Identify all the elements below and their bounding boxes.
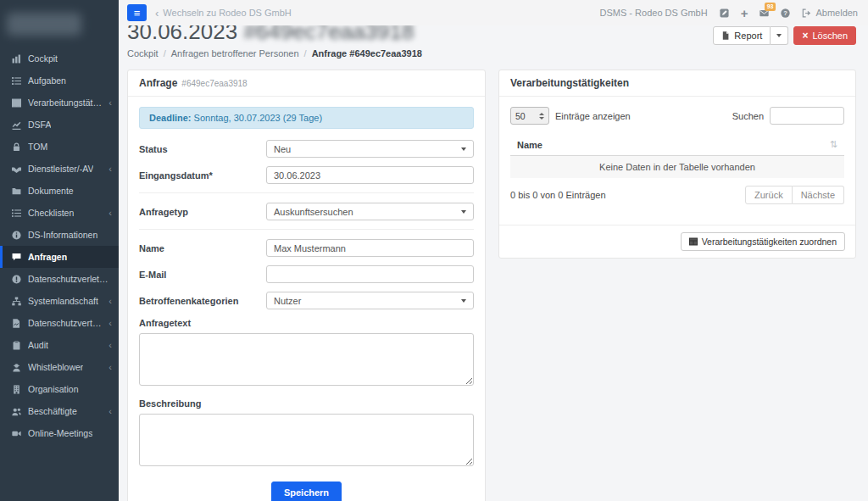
search-input[interactable] bbox=[770, 107, 844, 125]
email-input[interactable] bbox=[266, 265, 474, 283]
report-button[interactable]: Report bbox=[713, 26, 771, 45]
assign-activities-button[interactable]: Verarbeitungstätigkeiten zuordnen bbox=[681, 232, 845, 251]
anfragetyp-value: Auskunftsersuchen bbox=[274, 207, 353, 217]
sidebar-item-datenschutzverletzungen[interactable]: Datenschutzverletzungen bbox=[0, 268, 119, 290]
sidebar-item-datenschutzverträge[interactable]: Datenschutzverträge‹ bbox=[0, 312, 119, 334]
request-card-header: Anfrage #649ec7eaa3918 bbox=[128, 70, 485, 97]
file-icon bbox=[721, 31, 730, 40]
delete-button[interactable]: × Löschen bbox=[793, 26, 856, 45]
status-select[interactable]: Neu bbox=[266, 140, 474, 158]
sidebar-item-anfragen[interactable]: Anfragen bbox=[0, 246, 119, 268]
breadcrumb-separator: / bbox=[164, 48, 166, 58]
caret-down-icon bbox=[461, 210, 466, 214]
sidebar-item-verarbeitungstätigkeiten[interactable]: Verarbeitungstätigkeiten‹ bbox=[0, 92, 119, 114]
spinner-icon bbox=[539, 113, 544, 120]
sidebar-item-label: Anfragen bbox=[28, 252, 67, 262]
file-signature-icon bbox=[12, 319, 21, 328]
sidebar-item-whistleblower[interactable]: Whistleblower‹ bbox=[0, 356, 119, 378]
datatable-footer: 0 bis 0 von 0 Einträgen Zurück Nächste bbox=[510, 178, 844, 225]
sidebar-item-checklisten[interactable]: Checklisten‹ bbox=[0, 202, 119, 224]
chevron-left-icon: ‹ bbox=[108, 297, 112, 306]
request-card: Anfrage #649ec7eaa3918 Deadline: Sonntag… bbox=[127, 70, 486, 501]
assign-activities-label: Verarbeitungstätigkeiten zuordnen bbox=[702, 236, 837, 248]
beschreibung-block: Beschreibung bbox=[139, 398, 474, 469]
report-dropdown-button[interactable] bbox=[771, 26, 788, 45]
chevron-left-icon: ‹ bbox=[108, 341, 112, 350]
activities-card-footer: Verarbeitungstätigkeiten zuordnen bbox=[499, 225, 855, 258]
deadline-text: Sonntag, 30.07.2023 (29 Tage) bbox=[194, 113, 322, 123]
status-value: Neu bbox=[274, 144, 291, 154]
sidebar-item-label: Dokumente bbox=[28, 186, 74, 196]
comments-icon bbox=[12, 253, 21, 262]
eingangsdatum-label: Eingangsdatum* bbox=[139, 170, 266, 181]
anfragetext-textarea[interactable] bbox=[139, 333, 474, 386]
anfragetyp-row: Anfragetyp Auskunftsersuchen bbox=[139, 203, 474, 220]
search-control: Suchen bbox=[732, 107, 844, 125]
beschreibung-textarea[interactable] bbox=[139, 414, 474, 466]
sidebar-item-online-meetings[interactable]: Online-Meetings bbox=[0, 422, 119, 444]
chevron-left-icon: ‹ bbox=[108, 209, 112, 218]
status-label: Status bbox=[139, 144, 266, 154]
mail-button[interactable]: 93 bbox=[760, 8, 769, 18]
sidebar-toggle-button[interactable]: ≡ bbox=[127, 4, 147, 21]
betroffenenkategorien-row: Betroffenenkategorien Nutzer bbox=[139, 292, 474, 309]
cards-row: Anfrage #649ec7eaa3918 Deadline: Sonntag… bbox=[127, 70, 856, 501]
deadline-label: Deadline: bbox=[149, 113, 192, 123]
column-header-name[interactable]: Name ⇅ bbox=[510, 134, 844, 156]
datatable-controls: 50 Einträge anzeigen Suchen bbox=[510, 107, 844, 125]
app-logo[interactable] bbox=[0, 0, 119, 44]
save-button[interactable]: Speichern bbox=[271, 482, 342, 501]
table-empty-row: Keine Daten in der Tabelle vorhanden bbox=[510, 156, 844, 178]
sidebar-item-ds-informationen[interactable]: DS-Informationen bbox=[0, 224, 119, 246]
sidebar-item-beschäftigte[interactable]: Beschäftigte‹ bbox=[0, 400, 119, 422]
sidebar-item-dienstleister-av[interactable]: Dienstleister/-AV‹ bbox=[0, 158, 119, 180]
next-page-button[interactable]: Nächste bbox=[793, 186, 844, 204]
chevron-left-icon: ‹ bbox=[108, 363, 112, 372]
name-input[interactable] bbox=[266, 239, 474, 257]
sidebar-item-systemlandschaft[interactable]: Systemlandschaft‹ bbox=[0, 290, 119, 312]
sidebar-item-aufgaben[interactable]: Aufgaben bbox=[0, 70, 119, 92]
email-row: E-Mail bbox=[139, 265, 474, 283]
sidebar-item-tom[interactable]: TOM bbox=[0, 136, 119, 158]
name-label: Name bbox=[139, 243, 266, 253]
help-icon[interactable]: ? bbox=[781, 8, 790, 18]
activities-card-header: Verarbeitungstätigkeiten bbox=[499, 70, 855, 97]
sort-icon: ⇅ bbox=[830, 139, 837, 150]
sidebar-menu: CockpitAufgabenVerarbeitungstätigkeiten‹… bbox=[0, 44, 119, 501]
betroffenenkategorien-select[interactable]: Nutzer bbox=[266, 292, 474, 309]
sidebar-item-organisation[interactable]: Organisation bbox=[0, 378, 119, 400]
form-divider bbox=[139, 192, 474, 193]
logout-link[interactable]: Abmelden bbox=[802, 8, 858, 18]
sidebar-item-label: DSFA bbox=[28, 120, 51, 130]
sidebar-item-cockpit[interactable]: Cockpit bbox=[0, 47, 119, 70]
save-row: Speichern bbox=[139, 479, 474, 501]
page-length-select[interactable]: 50 bbox=[510, 107, 549, 125]
caret-down-icon bbox=[461, 299, 466, 303]
anfragetyp-select[interactable]: Auskunftsersuchen bbox=[266, 203, 474, 220]
eingangsdatum-input[interactable] bbox=[266, 166, 474, 184]
breadcrumb-cockpit[interactable]: Cockpit bbox=[127, 48, 159, 58]
sidebar-item-label: TOM bbox=[28, 142, 47, 152]
sidebar-item-label: Audit bbox=[28, 340, 48, 350]
chevron-left-icon: ‹ bbox=[108, 98, 112, 108]
handshake-icon bbox=[12, 164, 21, 174]
plus-icon[interactable]: + bbox=[741, 7, 748, 19]
breadcrumb-anfragen-betroffener-personen[interactable]: Anfragen betroffener Personen bbox=[171, 48, 299, 58]
previous-page-button[interactable]: Zurück bbox=[745, 186, 793, 204]
edit-square-icon[interactable] bbox=[720, 8, 729, 18]
list-icon bbox=[12, 209, 21, 218]
request-card-title: Anfrage bbox=[139, 77, 177, 89]
sidebar-item-dsfa[interactable]: DSFA bbox=[0, 114, 119, 136]
sidebar-item-audit[interactable]: Audit‹ bbox=[0, 334, 119, 356]
request-card-body: Deadline: Sonntag, 30.07.2023 (29 Tage) … bbox=[128, 97, 485, 501]
sidebar-item-dokumente[interactable]: Dokumente bbox=[0, 180, 119, 202]
chevron-left-icon: ‹ bbox=[108, 319, 112, 328]
switch-company-link[interactable]: ‹ Wechseln zu Rodeo DS GmbH bbox=[155, 8, 292, 19]
betroffenenkategorien-value: Nutzer bbox=[274, 296, 301, 306]
logo-redacted bbox=[7, 13, 81, 36]
logout-icon bbox=[802, 8, 811, 18]
sitemap-icon bbox=[12, 297, 21, 306]
anfragetext-label: Anfragetext bbox=[139, 318, 474, 328]
activities-table: Name ⇅ Keine Daten in der Tabelle vorhan… bbox=[510, 134, 844, 178]
table-info: 0 bis 0 von 0 Einträgen bbox=[510, 190, 606, 200]
